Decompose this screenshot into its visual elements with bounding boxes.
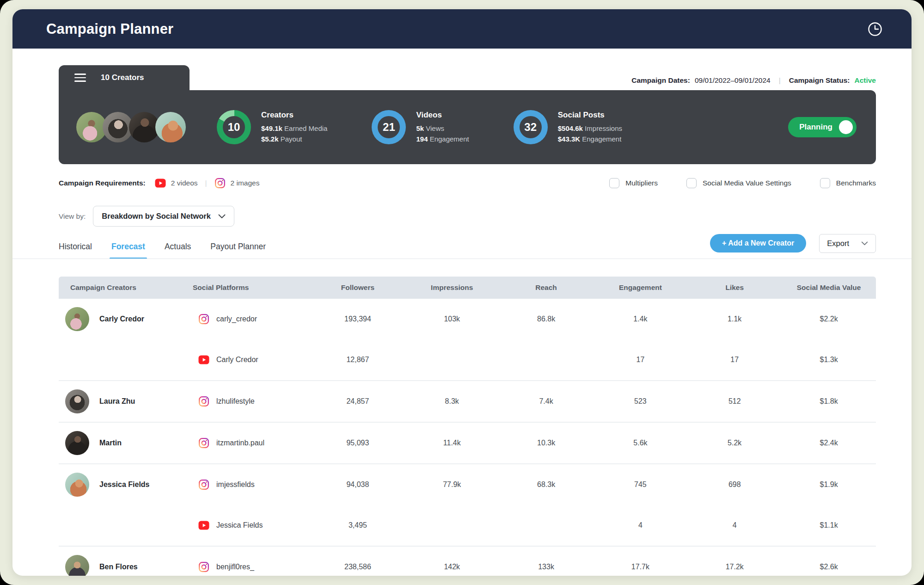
campaign-meta: Campaign Dates: 09/01/2022–09/01/2024 | … bbox=[631, 76, 876, 90]
tab-payout-planner[interactable]: Payout Planner bbox=[210, 242, 266, 259]
platform-youtube[interactable]: Carly Credor bbox=[193, 339, 311, 380]
app-header: Campaign Planner bbox=[12, 9, 912, 49]
creators-table: Campaign CreatorsSocial PlatformsFollowe… bbox=[59, 277, 876, 576]
creator-row-carly-credor[interactable]: Carly Credor carly_credor193,394103k86.8… bbox=[59, 299, 876, 380]
platform-instagram[interactable]: itzmartinb.paul bbox=[193, 423, 311, 463]
view-by-label: View by: bbox=[59, 212, 86, 221]
metric-smv: $2.2k bbox=[782, 299, 876, 339]
checkbox-box[interactable] bbox=[609, 178, 619, 188]
metric-reach: 86.8k bbox=[499, 299, 594, 339]
avatar-laura bbox=[65, 389, 89, 413]
creator-cell: Jessica Fields bbox=[59, 464, 193, 505]
stat-line-1: 5k Views bbox=[416, 123, 469, 134]
app-window: Campaign Planner 10 Creators Campaign Da… bbox=[12, 9, 912, 576]
platform-youtube[interactable]: Jessica Fields bbox=[193, 505, 311, 546]
creator-row-martin[interactable]: Martin itzmartinb.paul95,09311.4k10.3k5.… bbox=[59, 422, 876, 463]
avatar-carly bbox=[65, 307, 89, 331]
table-actions: + Add a New Creator Export bbox=[710, 234, 876, 258]
requirement-text: 2 videos bbox=[171, 179, 198, 187]
platform-handle: lzhulifestyle bbox=[216, 397, 255, 406]
table-body: Carly Credor carly_credor193,394103k86.8… bbox=[59, 299, 876, 576]
campaign-status-label: Campaign Status: bbox=[789, 76, 850, 85]
creator-name: Ben Flores bbox=[99, 563, 138, 571]
metric-likes: 512 bbox=[687, 381, 782, 422]
platform-instagram[interactable]: lzhulifestyle bbox=[193, 381, 311, 422]
stat-count: 21 bbox=[383, 121, 395, 134]
creator-row-ben-flores[interactable]: Ben Flores benjifl0res_238,586142k133k17… bbox=[59, 546, 876, 576]
metric-engagement: 523 bbox=[593, 381, 687, 422]
creator-cell: Carly Credor bbox=[59, 299, 193, 339]
checkbox-multipliers[interactable]: Multipliers bbox=[609, 178, 658, 188]
planning-toggle[interactable]: Planning bbox=[788, 117, 857, 137]
page-title: Campaign Planner bbox=[46, 21, 867, 37]
tabs-section: HistoricalForecastActualsPayout Planner … bbox=[59, 232, 876, 259]
platform-instagram[interactable]: benjifl0res_ bbox=[193, 547, 311, 576]
creator-cell: Laura Zhu bbox=[59, 381, 193, 422]
metric-smv: $2.6k bbox=[782, 547, 876, 576]
column-header-followers: Followers bbox=[311, 283, 405, 292]
add-new-creator-button[interactable]: + Add a New Creator bbox=[710, 234, 806, 252]
metric-followers: 12,867 bbox=[311, 339, 405, 380]
metric-reach: 68.3k bbox=[499, 464, 594, 505]
platform-handle: itzmartinb.paul bbox=[216, 439, 264, 447]
metric-reach: 7.4k bbox=[499, 381, 594, 422]
creator-row-laura-zhu[interactable]: Laura Zhu lzhulifestyle24,8578.3k7.4k523… bbox=[59, 380, 876, 422]
avatar-ben bbox=[65, 555, 89, 576]
metric-reach bbox=[499, 339, 594, 380]
metric-impressions: 8.3k bbox=[405, 381, 499, 422]
platform-instagram[interactable]: carly_credor bbox=[193, 299, 311, 339]
checkbox-box[interactable] bbox=[686, 178, 697, 188]
tab-forecast[interactable]: Forecast bbox=[111, 242, 145, 259]
summary-stat: 32 Social Posts $504.6k Impressions $43.… bbox=[514, 110, 622, 144]
platform-handle: Carly Credor bbox=[216, 356, 258, 364]
metric-impressions: 11.4k bbox=[405, 423, 499, 463]
metric-engagement: 17.7k bbox=[593, 547, 687, 576]
checkbox-benchmarks[interactable]: Benchmarks bbox=[820, 178, 876, 188]
platform-handle: Jessica Fields bbox=[216, 521, 263, 530]
checkbox-label: Multipliers bbox=[625, 179, 658, 187]
requirements-row: Campaign Requirements: 2 videos| 2 image… bbox=[59, 176, 876, 190]
export-button[interactable]: Export bbox=[819, 234, 876, 253]
export-button-label: Export bbox=[827, 239, 849, 248]
avatar-jessica bbox=[65, 473, 89, 497]
settings-checkboxes: Multipliers Social Media Value Settings … bbox=[609, 178, 876, 188]
view-by-select[interactable]: Breakdown by Social Network bbox=[93, 206, 234, 227]
checkbox-social-media-value-settings[interactable]: Social Media Value Settings bbox=[686, 178, 791, 188]
clock-icon[interactable] bbox=[867, 21, 883, 37]
metric-smv: $1.3k bbox=[782, 339, 876, 380]
metric-engagement: 1.4k bbox=[593, 299, 687, 339]
stat-donut-chart: 32 bbox=[514, 110, 548, 144]
stat-title: Creators bbox=[261, 111, 327, 120]
campaign-status-value: Active bbox=[854, 76, 876, 85]
metric-reach: 133k bbox=[499, 547, 594, 576]
metric-smv: $1.1k bbox=[782, 505, 876, 546]
metric-smv: $2.4k bbox=[782, 423, 876, 463]
metric-engagement: 745 bbox=[593, 464, 687, 505]
metric-impressions bbox=[405, 505, 499, 546]
chevron-down-icon bbox=[861, 241, 868, 246]
checkbox-box[interactable] bbox=[820, 178, 830, 188]
toggle-knob[interactable] bbox=[839, 120, 853, 134]
avatar-jessica bbox=[155, 112, 186, 142]
creator-name: Martin bbox=[99, 439, 122, 447]
tab-historical[interactable]: Historical bbox=[59, 242, 92, 259]
metric-followers: 95,093 bbox=[311, 423, 405, 463]
section-divider bbox=[12, 259, 912, 259]
campaign-requirements: Campaign Requirements: 2 videos| 2 image… bbox=[59, 178, 259, 189]
metric-engagement: 4 bbox=[593, 505, 687, 546]
stat-title: Videos bbox=[416, 111, 469, 120]
creator-row-jessica-fields[interactable]: Jessica Fields imjessfields94,03877.9k68… bbox=[59, 463, 876, 546]
campaign-summary-panel: 10 Creators $49.1k Earned Media $5.2k Pa… bbox=[59, 90, 876, 164]
requirements-label: Campaign Requirements: bbox=[59, 179, 146, 187]
stat-donut-chart: 10 bbox=[217, 110, 251, 144]
tab-actuals[interactable]: Actuals bbox=[165, 242, 191, 259]
instagram-icon bbox=[198, 396, 209, 407]
main-content: 10 Creators Campaign Dates: 09/01/2022–0… bbox=[12, 65, 912, 576]
checkbox-label: Benchmarks bbox=[836, 179, 876, 187]
creators-tab[interactable]: 10 Creators bbox=[59, 65, 190, 90]
requirements-items: 2 videos| 2 images bbox=[155, 178, 260, 189]
table-header-row: Campaign CreatorsSocial PlatformsFollowe… bbox=[59, 277, 876, 299]
menu-icon[interactable] bbox=[74, 74, 86, 82]
summary-stat: 10 Creators $49.1k Earned Media $5.2k Pa… bbox=[217, 110, 327, 144]
platform-instagram[interactable]: imjessfields bbox=[193, 464, 311, 505]
